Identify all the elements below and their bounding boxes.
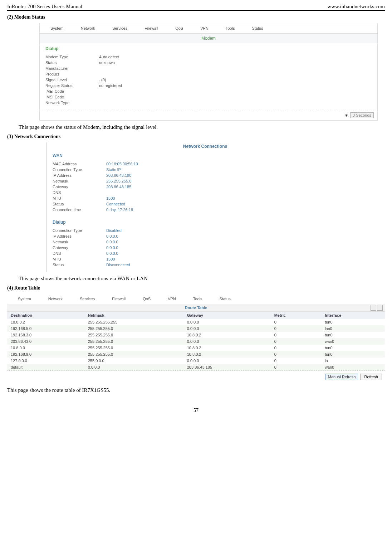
kv-val: Disabled [106, 228, 122, 233]
kv-val: 1500 [106, 196, 115, 200]
kv-key: DNS [53, 190, 106, 195]
kv-key: Signal Level [45, 78, 99, 82]
kv-key: MTU [53, 196, 106, 200]
kv-val: no registered [99, 83, 122, 88]
kv-val: 203.86.43.190 [106, 173, 131, 178]
route-table-title: Route Table [7, 304, 385, 312]
nav-tools[interactable]: Tools [193, 297, 202, 301]
kv-val: 0.0.0.0 [106, 246, 118, 250]
nav-firewall[interactable]: Firewall [112, 297, 126, 301]
network-connections-screenshot: Network Connections WAN MAC Address00:18… [46, 142, 363, 272]
nav-qos[interactable]: QoS [143, 297, 151, 301]
kv-key: IMSI Code [45, 95, 99, 99]
table-row: 192.168.5.0255.255.255.00.0.0.00lan0 [7, 325, 385, 332]
nav-vpn[interactable]: VPN [200, 26, 209, 30]
nav-services[interactable]: Services [112, 26, 127, 30]
kv-key: IMEI Code [45, 89, 99, 93]
modem-refresh-row: ✳ 3 Seconds [40, 110, 377, 120]
route-table-screenshot: System Network Services Firewall QoS VPN… [7, 294, 385, 383]
dialup-label: Dialup [47, 217, 363, 226]
kv-key: MTU [53, 257, 106, 261]
refresh-button[interactable]: Refresh [360, 374, 382, 380]
kv-val: 1500 [106, 257, 115, 261]
kv-val: 0 day, 17:26:19 [106, 208, 133, 212]
nav-vpn[interactable]: VPN [168, 297, 176, 301]
kv-key: Register Status [45, 83, 99, 88]
table-row: 203.86.43.0255.255.255.00.0.0.00wan0 [7, 338, 385, 345]
netconn-title: Network Connections [47, 142, 363, 150]
modem-status-screenshot: System Network Services Firewall QoS VPN… [39, 23, 378, 121]
kv-key: Gateway [53, 246, 106, 250]
kv-key: MAC Address [53, 162, 106, 166]
kv-key: Status [53, 202, 106, 206]
col-interface: Interface [321, 312, 385, 319]
page-header: InRouter 700 Series User's Manual www.in… [7, 4, 385, 11]
loading-icon: ✳ [345, 113, 348, 118]
kv-val: 255.255.255.0 [106, 179, 131, 183]
kv-key: IP Address [53, 173, 106, 178]
header-left: InRouter 700 Series User's Manual [7, 4, 82, 10]
route-table: Destination Netmask Gateway Metric Inter… [7, 312, 385, 370]
section3-heading: (3) Network Connections [7, 134, 385, 140]
kv-key: Connection Type [53, 167, 106, 172]
kv-key: Netmask [53, 179, 106, 183]
nav-tools[interactable]: Tools [226, 26, 235, 30]
modem-nav: System Network Services Firewall QoS VPN… [40, 23, 377, 33]
route-title-text: Route Table [185, 306, 207, 310]
nav-firewall[interactable]: Firewall [144, 26, 158, 30]
table-row: 10.8.0.0255.255.255.010.8.0.20tun0 [7, 345, 385, 351]
col-netmask: Netmask [84, 312, 183, 319]
kv-key: Connection time [53, 208, 106, 212]
page-number: 57 [7, 408, 385, 413]
table-row: 127.0.0.0255.0.0.00.0.0.00lo [7, 358, 385, 364]
refresh-mode-select[interactable]: Manual Refresh [325, 374, 358, 380]
nav-status[interactable]: Status [252, 26, 263, 30]
kv-val: Static IP [106, 167, 121, 172]
kv-val: Disconnected [106, 263, 130, 267]
table-row: 10.8.0.2255.255.255.2550.0.0.00tun0 [7, 319, 385, 325]
refresh-interval-select[interactable]: 3 Seconds [350, 112, 374, 118]
kv-val: 0.0.0.0 [106, 234, 118, 238]
nav-network[interactable]: Network [48, 297, 63, 301]
section2-body: This page shows the status of Modem, inc… [19, 124, 385, 130]
kv-val: 0.0.0.0 [106, 251, 118, 256]
wan-label: WAN [47, 150, 363, 160]
kv-val: Auto detect [99, 55, 119, 59]
kv-key: Manufacturer [45, 66, 99, 71]
minimize-icon[interactable] [371, 305, 376, 311]
table-row: 192.168.3.0255.255.255.010.8.0.20tun0 [7, 332, 385, 338]
modem-kv-table: Modem TypeAuto detect Statusunknown Manu… [40, 53, 377, 110]
nav-status[interactable]: Status [219, 297, 230, 301]
col-destination: Destination [7, 312, 84, 319]
kv-key: Connection Type [53, 228, 106, 233]
nav-services[interactable]: Services [80, 297, 95, 301]
route-nav: System Network Services Firewall QoS VPN… [7, 294, 385, 304]
section3-body: This page shows the network connections … [19, 276, 385, 282]
nav-system[interactable]: System [50, 26, 64, 30]
modem-title: Modem [40, 33, 377, 43]
kv-val: 0.0.0.0 [106, 240, 118, 244]
route-footer: Manual Refresh Refresh [7, 370, 385, 383]
header-right: www.inhandnetworks.com [327, 4, 385, 10]
dialup-kv-table: Connection TypeDisabled IP Address0.0.0.… [47, 226, 363, 272]
col-gateway: Gateway [183, 312, 271, 319]
nav-network[interactable]: Network [81, 26, 95, 30]
kv-val: Connected [106, 202, 125, 206]
modem-dialup-label: Dialup [40, 43, 377, 53]
kv-key: Gateway [53, 185, 106, 189]
kv-key: Network Type [45, 101, 99, 105]
nav-system[interactable]: System [18, 297, 31, 301]
maximize-icon[interactable] [377, 305, 383, 311]
table-row: default0.0.0.0203.86.43.1850wan0 [7, 364, 385, 370]
col-metric: Metric [271, 312, 321, 319]
kv-key: Status [45, 60, 99, 65]
section4-body: This page shows the route table of IR7X1… [7, 387, 385, 393]
nav-qos[interactable]: QoS [175, 26, 183, 30]
kv-key: Status [53, 263, 106, 267]
kv-val: 00:18:05:00:56:10 [106, 162, 138, 166]
kv-val: unknown [99, 60, 115, 65]
kv-val: . (0) [99, 78, 106, 82]
kv-key: IP Address [53, 234, 106, 238]
table-row: 192.168.9.0255.255.255.010.8.0.20tun0 [7, 351, 385, 358]
kv-key: Product [45, 72, 99, 76]
